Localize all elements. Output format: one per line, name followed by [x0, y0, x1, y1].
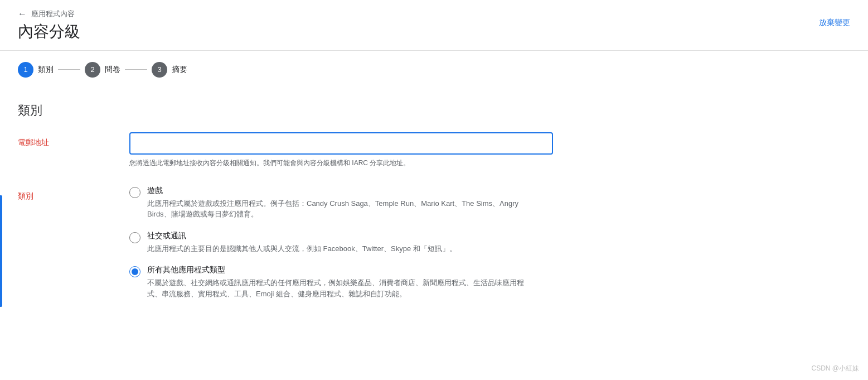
email-input[interactable]: [129, 132, 553, 155]
category-row: 類別 遊戲 此應用程式屬於遊戲或投注應用程式。例子包括：Candy Crush …: [18, 186, 850, 300]
step-2: 2 問卷: [85, 62, 120, 78]
step-3-circle: 3: [152, 62, 167, 78]
breadcrumb: ← 應用程式內容: [18, 9, 80, 19]
step-2-circle: 2: [85, 62, 100, 78]
radio-other[interactable]: [129, 266, 140, 277]
radio-games-text: 遊戲 此應用程式屬於遊戲或投注應用程式。例子包括：Candy Crush Sag…: [147, 186, 526, 220]
step-divider-1: [58, 69, 80, 70]
back-arrow-icon[interactable]: ←: [18, 9, 27, 19]
email-row: 電郵地址 您將透過此電郵地址接收內容分級相關通知。我們可能會與內容分級機構和 I…: [18, 132, 850, 168]
radio-other-title: 所有其他應用程式類型: [147, 265, 526, 275]
radio-games[interactable]: [129, 187, 140, 198]
radio-social-title: 社交或通訊: [147, 231, 457, 241]
category-options-container: 遊戲 此應用程式屬於遊戲或投注應用程式。例子包括：Candy Crush Sag…: [129, 186, 553, 300]
radio-other-desc: 不屬於遊戲、社交網絡或通訊應用程式的任何應用程式，例如娛樂產品、消費者商店、新聞…: [147, 277, 526, 299]
email-field-container: 您將透過此電郵地址接收內容分級相關通知。我們可能會與內容分級機構和 IARC 分…: [129, 132, 553, 168]
stepper: 1 類別 2 問卷 3 摘要: [0, 51, 868, 89]
step-2-label: 問卷: [105, 65, 120, 75]
discard-button[interactable]: 放棄變更: [819, 13, 850, 32]
radio-social-desc: 此應用程式的主要目的是認識其他人或與人交流，例如 Facebook、Twitte…: [147, 243, 457, 254]
radio-other-text: 所有其他應用程式類型 不屬於遊戲、社交網絡或通訊應用程式的任何應用程式，例如娛樂…: [147, 265, 526, 299]
page-title: 內容分級: [18, 22, 80, 41]
radio-social[interactable]: [129, 232, 140, 243]
header-left: ← 應用程式內容 內容分級: [18, 9, 80, 41]
radio-option-social: 社交或通訊 此應用程式的主要目的是認識其他人或與人交流，例如 Facebook、…: [129, 231, 553, 254]
email-hint: 您將透過此電郵地址接收內容分級相關通知。我們可能會與內容分級機構和 IARC 分…: [129, 158, 553, 168]
step-divider-2: [125, 69, 147, 70]
main-content: 類別 電郵地址 您將透過此電郵地址接收內容分級相關通知。我們可能會與內容分級機構…: [0, 89, 868, 331]
radio-option-games: 遊戲 此應用程式屬於遊戲或投注應用程式。例子包括：Candy Crush Sag…: [129, 186, 553, 220]
step-1-label: 類別: [38, 65, 54, 75]
step-1: 1 類別: [18, 62, 54, 78]
step-3: 3 摘要: [152, 62, 187, 78]
header: ← 應用程式內容 內容分級 放棄變更: [0, 0, 868, 51]
radio-options: 遊戲 此應用程式屬於遊戲或投注應用程式。例子包括：Candy Crush Sag…: [129, 186, 553, 300]
radio-social-text: 社交或通訊 此應用程式的主要目的是認識其他人或與人交流，例如 Facebook、…: [147, 231, 457, 254]
radio-option-other: 所有其他應用程式類型 不屬於遊戲、社交網絡或通訊應用程式的任何應用程式，例如娛樂…: [129, 265, 553, 299]
step-3-label: 摘要: [172, 65, 187, 75]
left-accent-bar: [0, 195, 2, 307]
step-1-circle: 1: [18, 62, 33, 78]
email-label: 電郵地址: [18, 132, 129, 148]
section-title: 類別: [18, 102, 850, 119]
radio-games-title: 遊戲: [147, 186, 526, 196]
radio-games-desc: 此應用程式屬於遊戲或投注應用程式。例子包括：Candy Crush Saga、T…: [147, 198, 526, 220]
breadcrumb-label: 應用程式內容: [31, 9, 75, 19]
category-label: 類別: [18, 186, 129, 201]
